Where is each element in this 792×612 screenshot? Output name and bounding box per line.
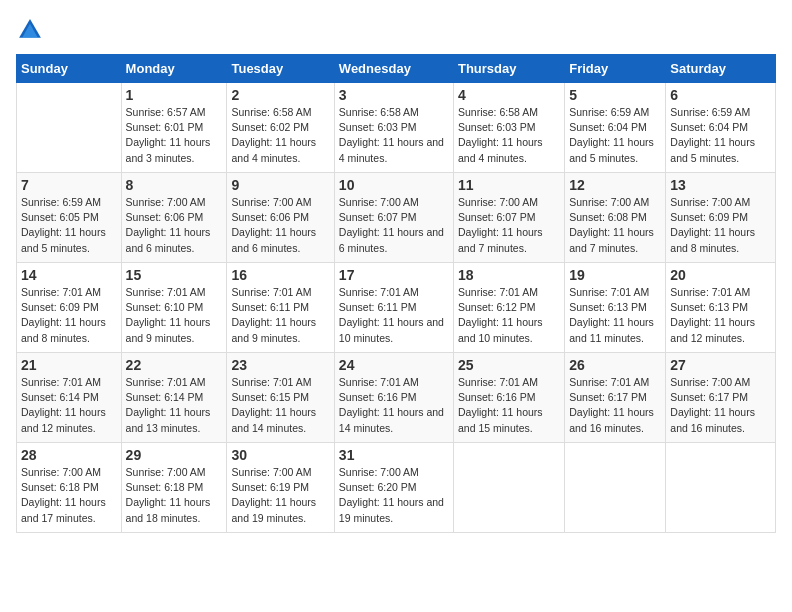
calendar-cell: 13 Sunrise: 7:00 AM Sunset: 6:09 PM Dayl… bbox=[666, 173, 776, 263]
calendar-cell: 9 Sunrise: 7:00 AM Sunset: 6:06 PM Dayli… bbox=[227, 173, 334, 263]
sunset-text: Sunset: 6:04 PM bbox=[670, 121, 748, 133]
sunrise-text: Sunrise: 6:58 AM bbox=[339, 106, 419, 118]
calendar-cell bbox=[565, 443, 666, 533]
day-number: 19 bbox=[569, 267, 661, 283]
sunset-text: Sunset: 6:13 PM bbox=[670, 301, 748, 313]
sunrise-text: Sunrise: 7:00 AM bbox=[339, 196, 419, 208]
sunrise-text: Sunrise: 7:01 AM bbox=[569, 286, 649, 298]
day-info: Sunrise: 7:00 AM Sunset: 6:09 PM Dayligh… bbox=[670, 195, 771, 256]
daylight-text: Daylight: 11 hours and 9 minutes. bbox=[126, 316, 211, 343]
day-info: Sunrise: 7:01 AM Sunset: 6:14 PM Dayligh… bbox=[126, 375, 223, 436]
sunrise-text: Sunrise: 6:59 AM bbox=[21, 196, 101, 208]
calendar-cell: 26 Sunrise: 7:01 AM Sunset: 6:17 PM Dayl… bbox=[565, 353, 666, 443]
daylight-text: Daylight: 11 hours and 6 minutes. bbox=[231, 226, 316, 253]
logo bbox=[16, 16, 48, 44]
calendar-cell: 5 Sunrise: 6:59 AM Sunset: 6:04 PM Dayli… bbox=[565, 83, 666, 173]
sunrise-text: Sunrise: 7:00 AM bbox=[458, 196, 538, 208]
header-friday: Friday bbox=[565, 55, 666, 83]
sunset-text: Sunset: 6:18 PM bbox=[21, 481, 99, 493]
daylight-text: Daylight: 11 hours and 10 minutes. bbox=[458, 316, 543, 343]
calendar-cell: 31 Sunrise: 7:00 AM Sunset: 6:20 PM Dayl… bbox=[334, 443, 453, 533]
day-info: Sunrise: 7:00 AM Sunset: 6:08 PM Dayligh… bbox=[569, 195, 661, 256]
sunset-text: Sunset: 6:07 PM bbox=[458, 211, 536, 223]
sunset-text: Sunset: 6:03 PM bbox=[339, 121, 417, 133]
sunrise-text: Sunrise: 7:01 AM bbox=[569, 376, 649, 388]
sunrise-text: Sunrise: 7:00 AM bbox=[569, 196, 649, 208]
daylight-text: Daylight: 11 hours and 11 minutes. bbox=[569, 316, 654, 343]
daylight-text: Daylight: 11 hours and 15 minutes. bbox=[458, 406, 543, 433]
daylight-text: Daylight: 11 hours and 16 minutes. bbox=[569, 406, 654, 433]
day-info: Sunrise: 7:01 AM Sunset: 6:11 PM Dayligh… bbox=[231, 285, 329, 346]
day-number: 15 bbox=[126, 267, 223, 283]
sunrise-text: Sunrise: 7:01 AM bbox=[670, 286, 750, 298]
day-number: 22 bbox=[126, 357, 223, 373]
day-info: Sunrise: 7:01 AM Sunset: 6:10 PM Dayligh… bbox=[126, 285, 223, 346]
header-tuesday: Tuesday bbox=[227, 55, 334, 83]
daylight-text: Daylight: 11 hours and 5 minutes. bbox=[670, 136, 755, 163]
daylight-text: Daylight: 11 hours and 5 minutes. bbox=[569, 136, 654, 163]
sunset-text: Sunset: 6:19 PM bbox=[231, 481, 309, 493]
sunset-text: Sunset: 6:18 PM bbox=[126, 481, 204, 493]
day-number: 9 bbox=[231, 177, 329, 193]
sunset-text: Sunset: 6:11 PM bbox=[339, 301, 417, 313]
daylight-text: Daylight: 11 hours and 4 minutes. bbox=[458, 136, 543, 163]
daylight-text: Daylight: 11 hours and 14 minutes. bbox=[339, 406, 444, 433]
sunset-text: Sunset: 6:02 PM bbox=[231, 121, 309, 133]
calendar-cell: 4 Sunrise: 6:58 AM Sunset: 6:03 PM Dayli… bbox=[453, 83, 564, 173]
calendar-cell: 14 Sunrise: 7:01 AM Sunset: 6:09 PM Dayl… bbox=[17, 263, 122, 353]
day-number: 10 bbox=[339, 177, 449, 193]
day-number: 2 bbox=[231, 87, 329, 103]
sunset-text: Sunset: 6:09 PM bbox=[670, 211, 748, 223]
daylight-text: Daylight: 11 hours and 13 minutes. bbox=[126, 406, 211, 433]
sunset-text: Sunset: 6:16 PM bbox=[339, 391, 417, 403]
sunset-text: Sunset: 6:14 PM bbox=[126, 391, 204, 403]
sunrise-text: Sunrise: 6:58 AM bbox=[231, 106, 311, 118]
day-number: 28 bbox=[21, 447, 117, 463]
sunset-text: Sunset: 6:13 PM bbox=[569, 301, 647, 313]
day-number: 4 bbox=[458, 87, 560, 103]
calendar-cell: 22 Sunrise: 7:01 AM Sunset: 6:14 PM Dayl… bbox=[121, 353, 227, 443]
sunset-text: Sunset: 6:17 PM bbox=[670, 391, 748, 403]
day-info: Sunrise: 7:00 AM Sunset: 6:06 PM Dayligh… bbox=[231, 195, 329, 256]
daylight-text: Daylight: 11 hours and 19 minutes. bbox=[339, 496, 444, 523]
calendar-cell: 11 Sunrise: 7:00 AM Sunset: 6:07 PM Dayl… bbox=[453, 173, 564, 263]
day-number: 23 bbox=[231, 357, 329, 373]
sunset-text: Sunset: 6:16 PM bbox=[458, 391, 536, 403]
daylight-text: Daylight: 11 hours and 12 minutes. bbox=[21, 406, 106, 433]
sunrise-text: Sunrise: 6:59 AM bbox=[670, 106, 750, 118]
day-info: Sunrise: 7:01 AM Sunset: 6:16 PM Dayligh… bbox=[339, 375, 449, 436]
calendar-cell: 20 Sunrise: 7:01 AM Sunset: 6:13 PM Dayl… bbox=[666, 263, 776, 353]
day-number: 5 bbox=[569, 87, 661, 103]
day-info: Sunrise: 7:01 AM Sunset: 6:13 PM Dayligh… bbox=[670, 285, 771, 346]
day-info: Sunrise: 7:00 AM Sunset: 6:20 PM Dayligh… bbox=[339, 465, 449, 526]
daylight-text: Daylight: 11 hours and 4 minutes. bbox=[339, 136, 444, 163]
day-number: 30 bbox=[231, 447, 329, 463]
day-number: 12 bbox=[569, 177, 661, 193]
day-info: Sunrise: 7:00 AM Sunset: 6:18 PM Dayligh… bbox=[21, 465, 117, 526]
sunrise-text: Sunrise: 7:01 AM bbox=[339, 286, 419, 298]
sunset-text: Sunset: 6:15 PM bbox=[231, 391, 309, 403]
calendar-cell: 15 Sunrise: 7:01 AM Sunset: 6:10 PM Dayl… bbox=[121, 263, 227, 353]
day-number: 6 bbox=[670, 87, 771, 103]
calendar-cell bbox=[17, 83, 122, 173]
day-info: Sunrise: 7:01 AM Sunset: 6:14 PM Dayligh… bbox=[21, 375, 117, 436]
sunset-text: Sunset: 6:20 PM bbox=[339, 481, 417, 493]
sunrise-text: Sunrise: 7:01 AM bbox=[458, 286, 538, 298]
calendar-week-row: 7 Sunrise: 6:59 AM Sunset: 6:05 PM Dayli… bbox=[17, 173, 776, 263]
calendar-cell: 18 Sunrise: 7:01 AM Sunset: 6:12 PM Dayl… bbox=[453, 263, 564, 353]
day-info: Sunrise: 6:58 AM Sunset: 6:02 PM Dayligh… bbox=[231, 105, 329, 166]
daylight-text: Daylight: 11 hours and 6 minutes. bbox=[126, 226, 211, 253]
day-info: Sunrise: 7:00 AM Sunset: 6:07 PM Dayligh… bbox=[339, 195, 449, 256]
daylight-text: Daylight: 11 hours and 8 minutes. bbox=[21, 316, 106, 343]
calendar-cell bbox=[453, 443, 564, 533]
header-sunday: Sunday bbox=[17, 55, 122, 83]
day-number: 7 bbox=[21, 177, 117, 193]
sunset-text: Sunset: 6:14 PM bbox=[21, 391, 99, 403]
calendar-cell: 1 Sunrise: 6:57 AM Sunset: 6:01 PM Dayli… bbox=[121, 83, 227, 173]
calendar-week-row: 28 Sunrise: 7:00 AM Sunset: 6:18 PM Dayl… bbox=[17, 443, 776, 533]
day-number: 25 bbox=[458, 357, 560, 373]
day-info: Sunrise: 7:01 AM Sunset: 6:11 PM Dayligh… bbox=[339, 285, 449, 346]
sunrise-text: Sunrise: 7:00 AM bbox=[21, 466, 101, 478]
day-number: 14 bbox=[21, 267, 117, 283]
daylight-text: Daylight: 11 hours and 6 minutes. bbox=[339, 226, 444, 253]
